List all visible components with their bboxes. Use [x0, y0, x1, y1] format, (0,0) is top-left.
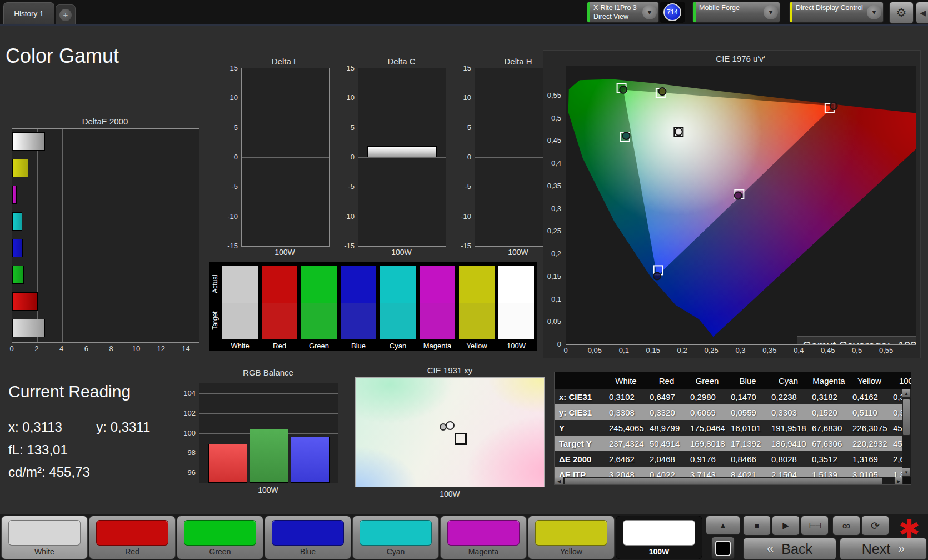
actual-swatch-magenta	[420, 266, 455, 303]
interval-measure-button[interactable]: ⊢⊣	[801, 516, 829, 536]
axis-tick-label: 0,4	[551, 159, 561, 167]
rgb-bar-blue	[291, 437, 330, 483]
gridline	[87, 129, 87, 342]
axis-tick-label: 0,55	[879, 346, 893, 354]
patch-button-blue[interactable]: Blue	[265, 516, 351, 559]
add-tab-button[interactable]: +	[56, 4, 76, 24]
table-cell: 0,6497	[646, 389, 687, 404]
continuous-measure-button[interactable]: ∞	[832, 516, 860, 536]
table-cell: 1,3169	[849, 451, 890, 467]
measured-marker-white	[675, 128, 682, 136]
back-button[interactable]: « Back	[743, 538, 836, 560]
horizontal-scrollbar[interactable]: ◀ ▶	[555, 477, 903, 485]
patch-level-up-button[interactable]: ▲	[706, 516, 740, 535]
table-cell: 50,4914	[646, 436, 687, 451]
display-window-button[interactable]	[711, 537, 735, 559]
patch-button-magenta[interactable]: Magenta	[440, 516, 527, 559]
table-column-header-red: Red	[646, 372, 687, 389]
table-cell: 67,6306	[809, 436, 849, 451]
scroll-right-button[interactable]: ▶	[894, 477, 903, 485]
deltae-bar-cyan	[12, 212, 22, 231]
current-reading-title: Current Reading	[8, 382, 131, 401]
gridline	[242, 217, 329, 217]
color-swatch-100w	[623, 520, 695, 546]
x-value: 0,3113	[22, 419, 62, 434]
patch-button-label: Magenta	[441, 547, 526, 556]
patch-button-cyan[interactable]: Cyan	[352, 516, 439, 559]
table-cell: 2,6462	[606, 451, 646, 467]
tab-history-1-label: History 1	[14, 9, 43, 18]
table-row-label: y: CIE31	[559, 404, 606, 420]
meter-dropdown[interactable]: X-Rite i1Pro 3 Direct View ▼	[587, 2, 659, 23]
delta-c-x-label: 100W	[358, 248, 445, 257]
axis-tick-label: -15	[227, 242, 238, 250]
table-cell: 169,8018	[687, 436, 727, 451]
patch-button-yellow[interactable]: Yellow	[528, 516, 615, 559]
color-swatch-red	[96, 520, 168, 546]
y-label: y:	[96, 419, 107, 434]
axis-tick-label: 0	[557, 340, 561, 348]
play-measure-button[interactable]: ▶	[772, 516, 800, 536]
patch-button-green[interactable]: Green	[177, 516, 263, 559]
collapse-panel-button[interactable]: ◀	[916, 2, 928, 24]
axis-tick-label: 5	[467, 123, 471, 131]
patch-button-white[interactable]: White	[1, 516, 88, 559]
stop-measure-button[interactable]: ■	[743, 516, 771, 536]
table-row-label: Target Y	[559, 436, 606, 451]
chevron-down-icon: ▼	[764, 5, 778, 19]
axis-tick-label: 15	[230, 64, 238, 72]
axis-tick-label: 0,35	[547, 181, 561, 189]
gridline	[358, 157, 446, 158]
fl-value: 133,01	[27, 442, 67, 457]
gridline	[187, 129, 187, 342]
color-swatch-blue	[272, 520, 344, 546]
accent-strip	[0, 24, 928, 26]
tab-history-1[interactable]: History 1	[3, 2, 54, 24]
scroll-down-button[interactable]: ▼	[902, 468, 911, 477]
horizontal-scroll-thumb[interactable]	[565, 477, 882, 485]
gridline	[112, 129, 112, 342]
axis-tick-label: 0,2	[677, 346, 687, 354]
table-row-label: x: CIE31	[559, 389, 606, 404]
deltae-bar-green	[12, 266, 24, 284]
vertical-scroll-thumb[interactable]	[902, 399, 910, 436]
table-column-header-100w: 100W	[890, 372, 911, 389]
axis-tick-label: 0,25	[704, 346, 718, 354]
actual-swatch-blue	[341, 266, 376, 303]
table-cell: 67,6830	[809, 420, 849, 436]
table-row: ΔE 20002,64622,04680,91760,84660,80280,3…	[555, 451, 903, 467]
refresh-measure-button[interactable]: ⟳	[861, 516, 889, 536]
actual-swatch-red	[262, 266, 297, 303]
scroll-left-button[interactable]: ◀	[555, 477, 563, 485]
scroll-up-button[interactable]: ▲	[902, 389, 911, 398]
swatch-column-label: Cyan	[380, 342, 416, 350]
deltae-bar-100w	[12, 319, 45, 337]
table-cell: 0,3512	[809, 451, 849, 467]
axis-tick-label: 0,3	[551, 204, 561, 212]
deltae-bar-blue	[12, 239, 23, 257]
delta-h-y-axis: 151050-5-10-15	[455, 68, 473, 246]
table-cell: 45	[890, 420, 903, 436]
x-label: x:	[8, 419, 19, 434]
patch-button-100w[interactable]: 100W	[616, 516, 702, 559]
axis-tick-label: 104	[183, 388, 196, 397]
axis-tick-label: 0,3	[735, 346, 745, 354]
chart-title-rgb-balance: RGB Balance	[199, 368, 337, 377]
next-button[interactable]: Next »	[840, 538, 927, 560]
display-control-dropdown[interactable]: Direct Display Control ▼	[789, 2, 884, 23]
settings-button[interactable]: ⚙	[889, 2, 914, 24]
gamut-coverage-label: Gamut Coverage:	[802, 339, 890, 346]
deltae-bar-yellow	[12, 159, 28, 177]
vertical-scrollbar[interactable]: ▲ ▼	[902, 389, 911, 477]
patch-button-label: Green	[177, 547, 263, 556]
plus-icon: +	[59, 9, 72, 21]
axis-tick-label: 0,15	[547, 272, 561, 280]
patch-button-red[interactable]: Red	[89, 516, 176, 559]
table-column-header-magenta: Magenta	[809, 372, 849, 389]
source-dropdown[interactable]: Mobile Forge ▼	[692, 2, 780, 23]
table-row: Target Y237,432450,4914169,801817,139218…	[555, 436, 903, 451]
axis-tick-label: 15	[463, 64, 471, 72]
axis-tick-label: -10	[227, 212, 238, 220]
patch-button-label: Yellow	[528, 547, 614, 556]
collapse-left-icon: ◀	[920, 8, 926, 17]
